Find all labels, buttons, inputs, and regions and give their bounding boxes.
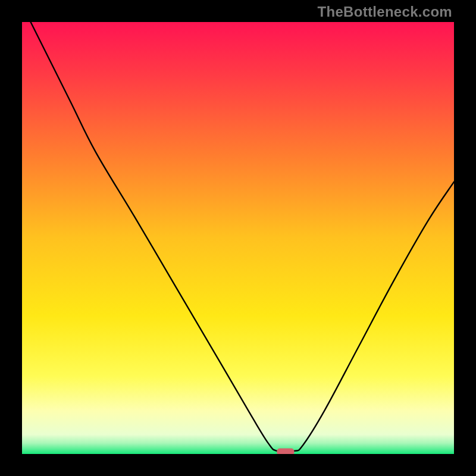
optimum-marker (277, 449, 294, 454)
gradient-background (22, 22, 454, 454)
chart-frame: TheBottleneck.com (0, 0, 476, 476)
chart-svg (22, 22, 454, 454)
watermark-text: TheBottleneck.com (318, 4, 452, 20)
plot-area (22, 22, 454, 454)
